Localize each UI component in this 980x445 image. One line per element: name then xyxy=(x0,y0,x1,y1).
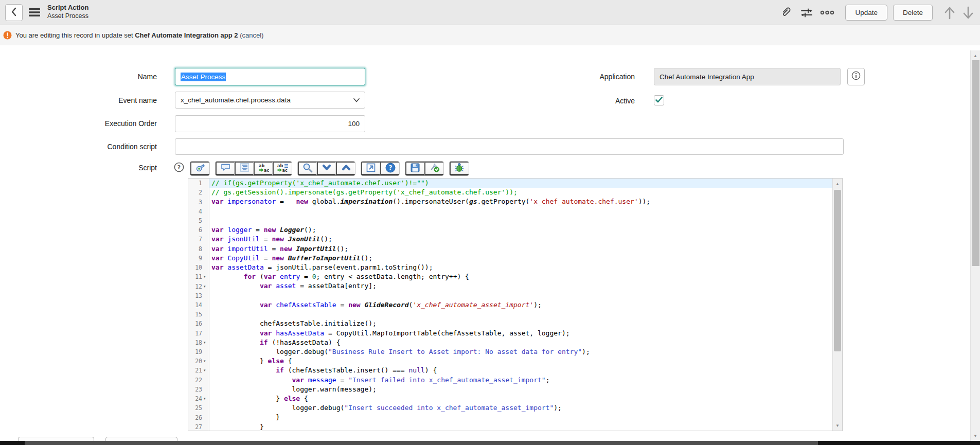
gutter-row: 13 xyxy=(188,291,209,300)
code-line[interactable]: } xyxy=(209,413,832,422)
replace-button[interactable]: abac xyxy=(254,162,273,175)
code-line[interactable] xyxy=(209,310,832,319)
previous-record-icon[interactable] xyxy=(942,5,957,21)
fold-toggle-icon[interactable]: ▾ xyxy=(204,357,209,366)
line-number: 16 xyxy=(188,320,204,327)
gutter-row: 11▾ xyxy=(188,272,209,281)
attachment-icon[interactable] xyxy=(778,5,794,21)
fold-toggle-icon[interactable]: ▾ xyxy=(204,366,209,375)
code-line[interactable]: logger.debug("Business Rule Insert to As… xyxy=(209,347,832,357)
toggle-comment-button[interactable] xyxy=(216,162,235,175)
application-info-button[interactable] xyxy=(847,68,865,85)
code-line[interactable]: // gs.getSession().impersonate(gs.getPro… xyxy=(209,188,832,197)
personalize-form-icon[interactable] xyxy=(799,5,814,21)
code-line[interactable] xyxy=(209,291,832,300)
code-line[interactable] xyxy=(209,216,832,225)
code-line[interactable]: var importUtil = new ImportUtil(); xyxy=(209,244,832,254)
page-scroll-up-icon[interactable]: ▲ xyxy=(971,51,980,60)
code-line[interactable]: for (var entry = 0; entry < assetData.le… xyxy=(209,272,832,281)
code-line[interactable]: if (!hasAssetData) { xyxy=(209,338,832,347)
line-number: 5 xyxy=(188,217,204,224)
page-scrollbar-thumb[interactable] xyxy=(972,60,979,266)
syntax-highlight-button[interactable] xyxy=(190,162,209,175)
line-number: 27 xyxy=(188,423,204,431)
code-pane[interactable]: // if(gs.getProperty('x_chef_automate.ch… xyxy=(209,179,832,431)
code-line[interactable]: var message = "Insert failed into x_chef… xyxy=(209,376,832,385)
event-name-select[interactable]: x_chef_automate.chef.process.data xyxy=(175,92,365,109)
condition-script-input[interactable] xyxy=(175,138,844,155)
script-action-form-page: Script Action Asset Process Update Delet… xyxy=(0,0,980,445)
code-line[interactable]: logger.warn(message); xyxy=(209,385,832,394)
script-code-editor[interactable]: 1234567891011▾12▾131415161718▾1920▾21▾22… xyxy=(188,178,843,431)
code-line[interactable] xyxy=(209,207,832,216)
code-line-active[interactable]: // if(gs.getProperty('x_chef_automate.ch… xyxy=(209,179,832,188)
syntax-check-button[interactable] xyxy=(424,162,443,175)
editor-scrollbar-thumb[interactable] xyxy=(834,190,841,351)
gutter-row: 1 xyxy=(188,179,209,188)
execution-order-input[interactable]: 100 xyxy=(175,115,365,132)
replace-all-button[interactable]: abac xyxy=(273,162,292,175)
more-options-icon[interactable] xyxy=(819,5,835,21)
editor-scroll-down-icon[interactable]: ▼ xyxy=(833,421,842,430)
code-line[interactable]: var impersonator = new global.impersinat… xyxy=(209,197,832,206)
back-button[interactable] xyxy=(5,4,23,21)
page-scroll-down-icon[interactable]: ▼ xyxy=(971,432,980,440)
editor-help-button[interactable]: ? xyxy=(380,162,399,175)
name-input-selected-text: Asset Process xyxy=(181,73,226,81)
debug-button[interactable] xyxy=(450,162,469,175)
code-line[interactable]: chefAssetsTable.initialize(); xyxy=(209,319,832,328)
horizontal-scrollbar-thumb[interactable] xyxy=(25,441,818,445)
fold-toggle-icon[interactable]: ▾ xyxy=(204,338,209,347)
code-line[interactable]: var jsonUtil = new JsonUtil(); xyxy=(209,235,832,244)
name-input[interactable]: Asset Process xyxy=(175,68,365,85)
fold-toggle-icon[interactable]: ▾ xyxy=(204,282,209,291)
gutter-row: 4 xyxy=(188,207,209,216)
code-line[interactable]: } xyxy=(209,422,832,431)
open-fullscreen-button[interactable] xyxy=(361,162,380,175)
active-checkbox[interactable] xyxy=(654,95,664,105)
format-code-button[interactable] xyxy=(235,162,254,175)
script-help-button[interactable]: ? xyxy=(173,163,185,174)
fold-toggle-icon[interactable]: ▾ xyxy=(204,394,209,403)
code-line[interactable]: var logger = new Logger(); xyxy=(209,225,832,235)
search-button[interactable] xyxy=(298,162,317,175)
syntax-check-icon xyxy=(430,163,440,174)
editor-scroll-up-icon[interactable]: ▲ xyxy=(833,180,842,188)
line-number: 24 xyxy=(188,395,204,402)
line-number: 7 xyxy=(188,236,204,243)
delete-button[interactable]: Delete xyxy=(893,5,933,21)
page-scrollbar[interactable]: ▲ ▼ xyxy=(970,50,980,441)
find-next-button[interactable] xyxy=(317,162,336,175)
code-line[interactable]: var hasAssetData = CopyUtil.MapToImportT… xyxy=(209,329,832,338)
debug-icon xyxy=(455,163,465,174)
line-number: 12 xyxy=(188,283,204,290)
update-button[interactable]: Update xyxy=(845,5,887,21)
line-number: 11 xyxy=(188,273,204,280)
find-previous-button[interactable] xyxy=(336,162,355,175)
code-line[interactable]: var asset = assetData[entry]; xyxy=(209,281,832,291)
line-number-gutter: 1234567891011▾12▾131415161718▾1920▾21▾22… xyxy=(188,179,209,431)
code-line[interactable]: var CopyUtil = new BufferToImportUtil(); xyxy=(209,254,832,263)
code-line[interactable]: var chefAssetsTable = new GlideRecord('x… xyxy=(209,300,832,310)
code-line[interactable]: } else { xyxy=(209,394,832,403)
save-button[interactable] xyxy=(405,162,424,175)
context-menu-icon[interactable] xyxy=(29,8,40,19)
svg-text:?: ? xyxy=(177,164,181,171)
toolbar-group xyxy=(449,161,469,176)
horizontal-scrollbar[interactable] xyxy=(0,441,980,445)
code-line[interactable]: if (chefAssetsTable.insert() === null) { xyxy=(209,366,832,375)
cancel-update-set-link[interactable]: (cancel) xyxy=(240,31,263,39)
script-label: Script xyxy=(31,164,157,172)
gutter-row: 16 xyxy=(188,319,209,328)
checkmark-icon xyxy=(655,96,663,105)
code-line[interactable]: } else { xyxy=(209,357,832,366)
find-next-icon xyxy=(322,164,331,172)
code-line[interactable]: logger.debug("Insert succeeded into x_ch… xyxy=(209,403,832,413)
find-previous-icon xyxy=(342,164,351,172)
editor-scrollbar[interactable]: ▲ ▼ xyxy=(832,179,842,431)
line-number: 6 xyxy=(188,226,204,234)
fold-toggle-icon[interactable]: ▾ xyxy=(204,272,209,281)
code-line[interactable]: var assetData = jsonUtil.parse(event.par… xyxy=(209,263,832,272)
editor-help-icon: ? xyxy=(385,163,396,174)
next-record-icon[interactable] xyxy=(960,5,976,21)
